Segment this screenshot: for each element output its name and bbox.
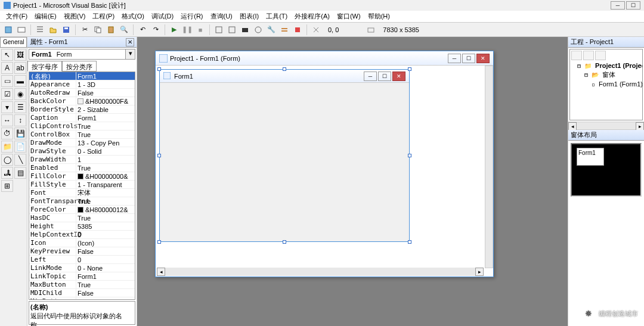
property-row[interactable]: Icon(Icon) (29, 239, 135, 247)
frame-tool[interactable]: ▭ (1, 75, 13, 87)
image-tool[interactable]: 🏞 (1, 167, 13, 179)
add-form-button[interactable] (16, 24, 27, 36)
property-row[interactable]: ForeColor&H80000012& (29, 206, 135, 214)
tree-forms-folder[interactable]: ⊟ 📂 窗体 (571, 70, 641, 80)
hscrollbar-tool[interactable]: ↔ (1, 114, 13, 126)
property-value[interactable]: 0 - None (76, 264, 135, 272)
redo-button[interactable]: ↷ (150, 24, 162, 36)
property-row[interactable]: FontTransparentTrue (29, 197, 135, 206)
proj-scroll-left[interactable]: ◂ (568, 122, 577, 131)
paste-button[interactable] (105, 24, 117, 36)
tab-categorized[interactable]: 按分类序 (62, 61, 97, 72)
scroll-right-button[interactable]: ▸ (475, 268, 484, 276)
break-button[interactable]: ❚❚ (181, 24, 193, 36)
property-row[interactable]: Appearance1 - 3D (29, 80, 135, 89)
property-row[interactable]: DrawMode13 - Copy Pen (29, 139, 135, 147)
property-row[interactable]: BackColor&H8000000F& (29, 97, 135, 105)
property-grid[interactable]: (名称)Form1Appearance1 - 3DAutoRedrawFalse… (29, 72, 135, 300)
property-value[interactable]: False (76, 89, 135, 97)
properties-close-button[interactable]: ✕ (126, 38, 134, 46)
optionbutton-tool[interactable]: ◉ (14, 88, 26, 100)
designer-surface[interactable]: ◂ ▸ Form1 ─ ☐ ✕ (156, 66, 493, 277)
property-row[interactable]: FillColor&H00000000& (29, 172, 135, 181)
property-value[interactable]: 0 (76, 256, 135, 263)
property-row[interactable]: MaxButtonTrue (29, 281, 135, 289)
form-minimize-button[interactable]: ─ (364, 72, 377, 81)
scroll-track[interactable] (165, 268, 475, 276)
form-layout-button[interactable] (239, 24, 251, 36)
property-value[interactable]: True (76, 131, 135, 138)
menu-editor-button[interactable] (34, 24, 46, 36)
commandbutton-tool[interactable]: ▬ (14, 75, 26, 87)
menu-format[interactable]: 格式(O) (118, 11, 148, 22)
property-value[interactable]: 1 - 3D (76, 80, 135, 88)
form-grid-surface[interactable] (160, 83, 409, 241)
property-value[interactable]: 2 - Sizable (76, 105, 135, 113)
designer-maximize-button[interactable]: ☐ (462, 54, 475, 63)
designer-window[interactable]: Project1 - Form1 (Form) ─ ☐ ✕ ◂ ▸ (155, 51, 494, 277)
undo-button[interactable]: ↶ (137, 24, 148, 36)
property-value[interactable]: &H8000000F& (76, 97, 135, 105)
object-selector[interactable]: Form1 Form ▾ (29, 49, 135, 60)
menu-edit[interactable]: 编辑(E) (31, 11, 60, 22)
property-row[interactable]: DrawWidth1 (29, 156, 135, 164)
shape-tool[interactable]: ◯ (1, 154, 13, 166)
data-tool[interactable]: ▤ (14, 167, 26, 179)
textbox-tool[interactable]: ab (14, 62, 26, 74)
property-row[interactable]: CaptionForm1 (29, 114, 135, 122)
layout-form-preview[interactable]: Form1 (577, 148, 604, 166)
property-value[interactable]: Form1 (76, 72, 135, 80)
form-close-button[interactable]: ✕ (392, 72, 405, 81)
property-row[interactable]: FillStyle1 - Transparent (29, 181, 135, 189)
property-row[interactable]: Font宋体 (29, 189, 135, 197)
drivelistbox-tool[interactable]: 💾 (14, 128, 26, 139)
property-row[interactable]: MDIChildFalse (29, 289, 135, 297)
property-value[interactable]: &H80000012& (76, 206, 135, 213)
menu-diagram[interactable]: 图表(I) (236, 11, 262, 22)
start-button[interactable]: ▶ (168, 24, 180, 36)
designer-close-button[interactable]: ✕ (476, 54, 490, 63)
property-value[interactable]: 宋体 (76, 189, 135, 197)
resize-handle-ne[interactable] (408, 67, 411, 71)
minimize-button[interactable]: ─ (611, 1, 625, 10)
resize-handle-sw[interactable] (157, 240, 161, 244)
property-row[interactable]: MinButtonTrue (29, 297, 135, 300)
layout-screen-preview[interactable]: Form1 (571, 143, 642, 197)
toggle-folders-button[interactable] (595, 51, 606, 60)
horizontal-scrollbar[interactable]: ◂ ▸ (157, 268, 484, 276)
tree-form-item[interactable]: ▫ Form1 (Form1) (571, 80, 641, 88)
data-view-button[interactable] (278, 24, 290, 36)
property-value[interactable]: (Icon) (76, 239, 135, 247)
object-browser-button[interactable] (252, 24, 264, 36)
property-value[interactable]: &H00000000& (76, 172, 135, 180)
end-button[interactable]: ■ (194, 24, 206, 36)
tree-project-node[interactable]: ⊟ 📁 Project1 (Project1) (571, 61, 641, 70)
property-row[interactable]: EnabledTrue (29, 164, 135, 172)
property-row[interactable]: (名称)Form1 (29, 72, 135, 80)
designer-minimize-button[interactable]: ─ (448, 54, 461, 63)
property-value[interactable]: True (76, 122, 135, 130)
timer-tool[interactable]: ⏱ (1, 128, 13, 139)
property-value[interactable]: 0 - Solid (76, 147, 135, 155)
resize-handle-n[interactable] (283, 67, 286, 71)
view-object-button[interactable] (583, 51, 594, 60)
vertical-scrollbar[interactable] (485, 66, 493, 268)
open-button[interactable] (47, 24, 59, 36)
property-value[interactable]: 13 - Copy Pen (76, 139, 135, 147)
property-row[interactable]: ClipControlsTrue (29, 122, 135, 131)
form-maximize-button[interactable]: ☐ (378, 72, 391, 81)
designer-titlebar[interactable]: Project1 - Form1 (Form) ─ ☐ ✕ (156, 51, 493, 66)
property-row[interactable]: KeyPreviewFalse (29, 247, 135, 256)
property-row[interactable]: LinkMode0 - None (29, 264, 135, 272)
toolbox-tab-general[interactable]: General (0, 37, 27, 48)
property-row[interactable]: Left0 (29, 256, 135, 264)
form-titlebar[interactable]: Form1 ─ ☐ ✕ (160, 70, 409, 83)
property-row[interactable]: Height5385 (29, 222, 135, 231)
vscrollbar-tool[interactable]: ↕ (14, 114, 26, 126)
menu-window[interactable]: 窗口(W) (333, 11, 364, 22)
picturebox-tool[interactable]: 🖼 (14, 49, 26, 61)
resize-handle-w[interactable] (157, 154, 161, 157)
menu-debug[interactable]: 调试(D) (148, 11, 177, 22)
combobox-tool[interactable]: ▾ (1, 101, 13, 113)
find-button[interactable]: 🔍 (118, 24, 130, 36)
